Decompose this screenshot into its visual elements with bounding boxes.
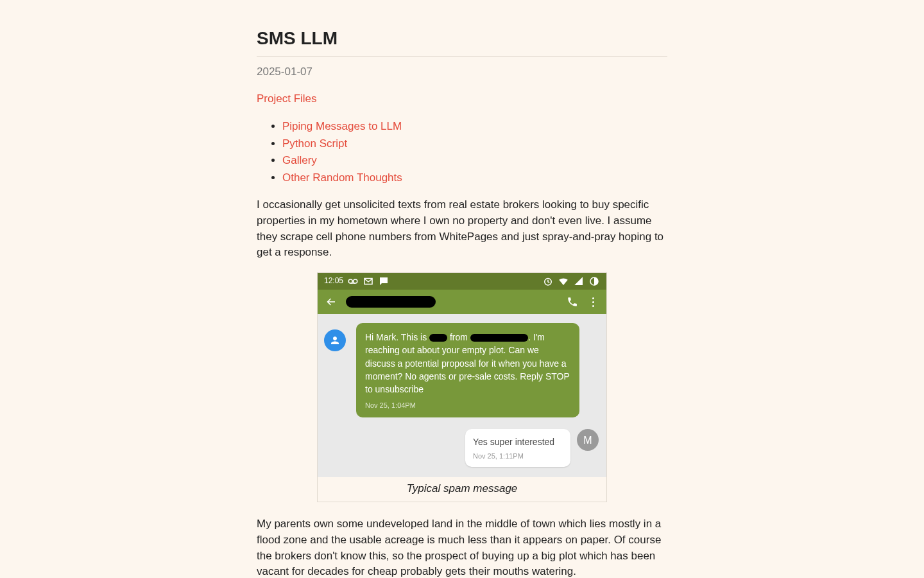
toc-link-python[interactable]: Python Script — [282, 137, 347, 150]
incoming-text-mid: from — [447, 332, 470, 342]
battery-icon — [588, 276, 600, 287]
toc-link-gallery[interactable]: Gallery — [282, 154, 317, 166]
mail-icon — [363, 276, 374, 287]
back-arrow-icon — [325, 296, 337, 308]
table-of-contents: Piping Messages to LLM Python Script Gal… — [257, 119, 667, 186]
figure-spam-screenshot: 12:05 — [317, 272, 607, 502]
paragraph-intro: I occasionally get unsolicited texts fro… — [257, 197, 667, 261]
outgoing-message-bubble: Yes super interested Nov 25, 1:11PM — [465, 429, 570, 466]
incoming-timestamp: Nov 25, 1:04PM — [365, 401, 570, 411]
wifi-icon — [558, 276, 569, 287]
phone-app-bar — [318, 290, 606, 314]
contact-name-redacted — [346, 296, 436, 308]
svg-point-1 — [354, 279, 357, 283]
outgoing-timestamp: Nov 25, 1:11PM — [473, 451, 563, 462]
toc-link-piping[interactable]: Piping Messages to LLM — [282, 120, 402, 132]
incoming-text-prefix: Hi Mark. This is — [365, 332, 429, 342]
svg-point-0 — [348, 279, 352, 283]
phone-call-icon — [567, 296, 578, 308]
figure-caption: Typical spam message — [318, 477, 606, 502]
voicemail-icon — [347, 276, 359, 287]
incoming-message-bubble: Hi Mark. This is from . I'm reaching out… — [356, 323, 579, 417]
conversation-area: Hi Mark. This is from . I'm reaching out… — [318, 314, 606, 477]
chat-icon — [378, 276, 389, 287]
redacted-company — [470, 334, 528, 342]
redacted-name — [429, 334, 447, 342]
status-time: 12:05 — [324, 276, 343, 286]
signal-icon — [573, 276, 585, 287]
outgoing-text: Yes super interested — [473, 435, 563, 448]
project-files-link[interactable]: Project Files — [257, 92, 317, 105]
sender-avatar — [324, 329, 346, 351]
toc-link-other[interactable]: Other Random Thoughts — [282, 171, 402, 184]
alarm-icon — [542, 276, 554, 287]
self-avatar: M — [577, 429, 599, 451]
phone-status-bar: 12:05 — [318, 273, 606, 290]
more-menu-icon — [587, 296, 599, 308]
post-date: 2025-01-07 — [257, 64, 667, 80]
page-title: SMS LLM — [257, 26, 667, 57]
paragraph-parents: My parents own some undeveloped land in … — [257, 516, 667, 578]
